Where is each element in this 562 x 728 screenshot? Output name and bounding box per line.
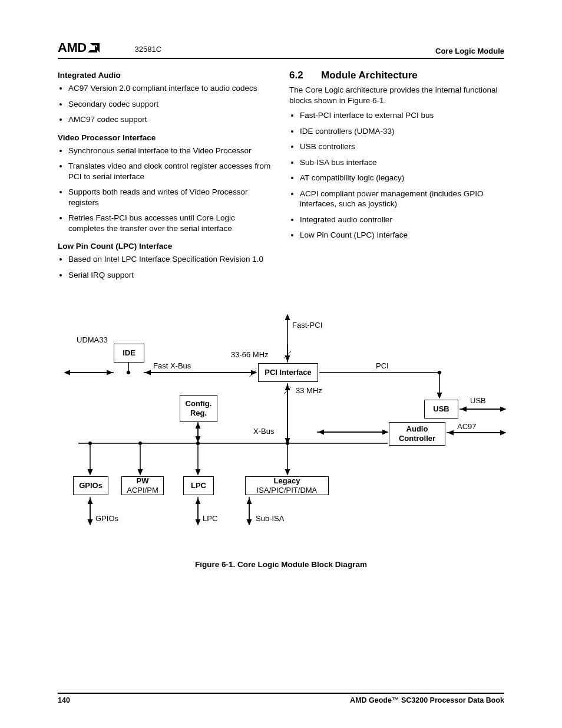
label-gpios-ext: GPIOs [95, 514, 118, 523]
list-item: Translates video and clock control regis… [68, 161, 273, 182]
block-diagram: IDE Config.Reg. PCI Interface USB AudioC… [58, 307, 505, 542]
intro-paragraph: The Core Logic architecture provides the… [289, 85, 504, 106]
list-item: Synchronous serial interface to the Vide… [68, 146, 273, 156]
label-lpc-ext: LPC [203, 514, 217, 523]
box-audio-controller: AudioController [389, 422, 445, 446]
box-pci-interface: PCI Interface [258, 363, 318, 382]
list-item: AMC97 codec support [68, 114, 273, 125]
svg-line-5 [249, 370, 256, 377]
label-udma33: UDMA33 [77, 335, 108, 344]
list-item: IDE controllers (UDMA-33) [300, 126, 504, 137]
list-integrated-audio: AC97 Version 2.0 compliant interface to … [58, 83, 273, 125]
box-legacy: LegacyISA/PIC/PIT/DMA [245, 476, 329, 495]
label-fast-pci: Fast-PCI [292, 321, 322, 330]
list-item: Integrated audio controller [300, 215, 504, 225]
doc-number: 32581C [135, 45, 162, 54]
label-xbus: X-Bus [253, 427, 274, 436]
left-column: Integrated Audio AC97 Version 2.0 compli… [58, 70, 273, 289]
list-item: Serial IRQ support [68, 270, 273, 281]
figure-caption: Figure 6-1. Core Logic Module Block Diag… [58, 560, 504, 569]
list-item: Sub-ISA bus interface [300, 157, 504, 168]
list-item: Supports both reads and writes of Video … [68, 187, 273, 207]
box-ide: IDE [114, 344, 144, 363]
list-item: USB controllers [300, 141, 504, 152]
list-item: Low Pin Count (LPC) Interface [300, 230, 504, 241]
list-lpc: Based on Intel LPC Interface Specificati… [58, 254, 273, 280]
right-column: 6.2Module Architecture The Core Logic ar… [289, 70, 504, 289]
page-number: 140 [58, 696, 70, 704]
list-item: Retries Fast-PCI bus accesses until Core… [68, 213, 273, 233]
list-item: Based on Intel LPC Interface Specificati… [68, 254, 273, 265]
box-config-reg: Config.Reg. [180, 395, 217, 422]
heading-lpc: Low Pin Count (LPC) Interface [58, 242, 273, 251]
book-title: AMD Geode™ SC3200 Processor Data Book [350, 696, 504, 704]
page-footer: 140 AMD Geode™ SC3200 Processor Data Boo… [58, 693, 504, 704]
label-fast-xbus: Fast X-Bus [153, 361, 191, 370]
box-lpc: LPC [183, 476, 214, 495]
list-item: Fast-PCI interface to external PCI bus [300, 110, 504, 121]
section-heading: 6.2Module Architecture [289, 70, 504, 81]
list-architecture: Fast-PCI interface to external PCI bus I… [289, 110, 504, 241]
label-33-66mhz: 33-66 MHz [231, 350, 269, 359]
label-usb-ext: USB [470, 396, 486, 405]
label-subisa: Sub-ISA [256, 514, 284, 523]
page-header: AMD 32581C Core Logic Module [58, 40, 504, 59]
box-pw: PWACPI/PM [121, 476, 164, 495]
list-item: Secondary codec support [68, 99, 273, 110]
svg-point-8 [438, 371, 441, 374]
svg-point-22 [127, 371, 130, 374]
label-ac97: AC97 [457, 422, 477, 431]
box-gpios: GPIOs [73, 476, 108, 495]
label-33mhz: 33 MHz [296, 386, 322, 395]
list-item: AC97 Version 2.0 compliant interface to … [68, 83, 273, 94]
list-item: ACPI compliant power management (include… [300, 189, 504, 209]
box-usb: USB [424, 400, 458, 419]
amd-logo: AMD [58, 40, 100, 55]
label-pci: PCI [376, 361, 389, 370]
heading-integrated-audio: Integrated Audio [58, 71, 273, 80]
list-item: AT compatibility logic (legacy) [300, 173, 504, 183]
heading-video-processor: Video Processor Interface [58, 133, 273, 142]
list-video-processor: Synchronous serial interface to the Vide… [58, 146, 273, 234]
module-title: Core Logic Module [435, 47, 504, 55]
